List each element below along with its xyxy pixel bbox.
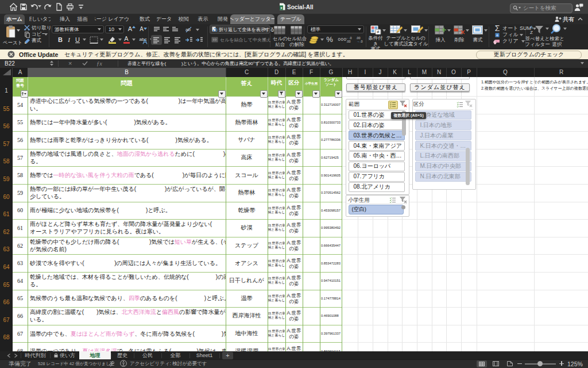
- svg-text:Z: Z: [530, 30, 533, 35]
- svg-text:X: X: [280, 6, 283, 10]
- svg-text:A: A: [530, 25, 533, 30]
- svg-text:≠: ≠: [377, 29, 380, 34]
- svg-text:ab: ab: [185, 27, 191, 32]
- svg-text:.00: .00: [346, 40, 351, 43]
- svg-text:.0: .0: [360, 40, 363, 43]
